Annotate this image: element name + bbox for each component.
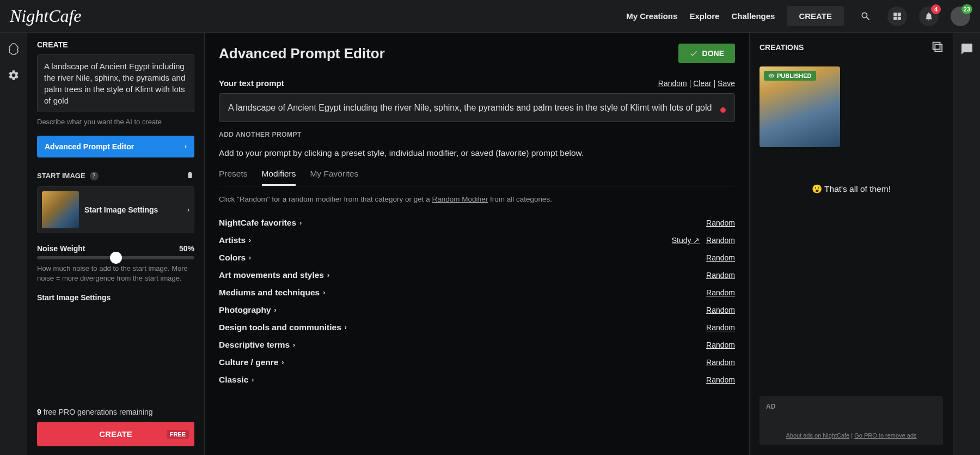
prompt-textarea-main[interactable]: A landscape of Ancient Egypt including t… <box>219 93 735 122</box>
category-links: Random <box>706 271 735 280</box>
noise-weight-slider[interactable] <box>37 256 194 259</box>
random-category-link[interactable]: Random <box>706 375 735 384</box>
grid-icon[interactable] <box>887 7 907 26</box>
creations-title: CREATIONS <box>759 43 804 52</box>
brain-icon[interactable] <box>6 41 21 57</box>
top-nav: My Creations Explore Challenges CREATE 4… <box>626 6 970 26</box>
category-row: Classic ›Random <box>219 371 735 389</box>
prompt-textarea-left[interactable]: A landscape of Ancient Egypt including t… <box>37 54 194 112</box>
advanced-prompt-editor-button[interactable]: Advanced Prompt Editor › <box>37 136 194 157</box>
done-button[interactable]: DONE <box>678 44 735 63</box>
random-category-link[interactable]: Random <box>706 358 735 367</box>
noise-weight-label: Noise Weight <box>37 244 85 253</box>
about-ads-link[interactable]: About ads on NightCafe <box>786 432 849 439</box>
chevron-right-icon: › <box>252 376 254 384</box>
clear-link[interactable]: Clear <box>693 79 711 88</box>
search-icon[interactable] <box>856 7 875 26</box>
start-image-settings-heading: Start Image Settings <box>37 293 194 302</box>
add-prompt-description: Add to your prompt by clicking a preset … <box>219 148 735 158</box>
left-panel: CREATE A landscape of Ancient Egypt incl… <box>27 33 205 455</box>
noise-weight-help: How much noise to add to the start image… <box>37 264 194 283</box>
random-category-link[interactable]: Random <box>706 219 735 227</box>
nav-challenges[interactable]: Challenges <box>731 11 775 21</box>
help-icon[interactable]: ? <box>90 172 99 180</box>
avatar[interactable]: 23 <box>951 7 970 26</box>
random-modifier-link[interactable]: Random Modifier <box>432 195 488 203</box>
category-artists[interactable]: Artists › <box>219 235 251 245</box>
category-row: Photography ›Random <box>219 301 735 319</box>
top-bar: NightCafe My Creations Explore Challenge… <box>0 0 980 33</box>
chevron-right-icon: › <box>274 306 277 314</box>
adv-btn-label: Advanced Prompt Editor <box>45 142 134 151</box>
noise-weight-value: 50% <box>179 244 194 253</box>
chat-icon[interactable] <box>959 41 975 57</box>
chevron-right-icon: › <box>249 254 251 262</box>
left-icon-rail <box>0 33 27 455</box>
random-category-link[interactable]: Random <box>706 341 735 349</box>
prompt-actions: Random | Clear | Save <box>658 79 735 88</box>
nav-explore[interactable]: Explore <box>689 11 719 21</box>
random-category-link[interactable]: Random <box>706 253 735 262</box>
category-links: Random <box>706 358 735 367</box>
create-button-main[interactable]: CREATE FREE <box>37 422 194 446</box>
random-category-link[interactable]: Random <box>706 236 735 245</box>
category-culture-genre[interactable]: Culture / genre › <box>219 357 284 367</box>
chevron-right-icon: › <box>187 206 189 214</box>
gallery-icon[interactable] <box>931 40 943 54</box>
logo[interactable]: NightCafe <box>10 6 82 26</box>
center-panel: Advanced Prompt Editor DONE Your text pr… <box>205 33 749 455</box>
category-nightcafe-favorites[interactable]: NightCafe favorites › <box>219 218 302 228</box>
category-row: Art movements and styles ›Random <box>219 266 735 284</box>
category-links: Random <box>706 219 735 227</box>
chevron-right-icon: › <box>327 271 329 279</box>
avatar-badge: 23 <box>961 4 972 14</box>
remaining-generations: 9 free PRO generations remaining <box>37 408 194 416</box>
category-links: Random <box>706 341 735 349</box>
study-link[interactable]: Study ↗ <box>672 236 700 245</box>
ad-label: AD <box>766 403 936 410</box>
tab-favorites[interactable]: My Favorites <box>310 169 358 186</box>
right-panel: CREATIONS PUBLISHED 😮 That's all of them… <box>749 33 953 455</box>
save-link[interactable]: Save <box>718 79 735 88</box>
create-button-top[interactable]: CREATE <box>787 6 844 26</box>
go-pro-link[interactable]: Go PRO to remove ads <box>854 432 916 439</box>
far-right-rail <box>953 33 980 455</box>
category-row: Artists ›Study ↗ Random <box>219 232 735 249</box>
category-art-movements-and-styles[interactable]: Art movements and styles › <box>219 270 329 280</box>
category-links: Random <box>706 253 735 262</box>
start-image-settings-row[interactable]: Start Image Settings › <box>37 186 194 233</box>
category-photography[interactable]: Photography › <box>219 305 277 315</box>
chevron-right-icon: › <box>345 324 347 331</box>
published-badge: PUBLISHED <box>764 71 816 81</box>
random-category-link[interactable]: Random <box>706 323 735 332</box>
chevron-right-icon: › <box>281 359 284 366</box>
random-category-link[interactable]: Random <box>706 271 735 280</box>
bell-icon[interactable]: 4 <box>919 7 939 26</box>
category-links: Random <box>706 306 735 314</box>
ad-box: AD About ads on NightCafe | Go PRO to re… <box>759 396 943 445</box>
random-description: Click "Random" for a random modifier fro… <box>219 195 735 203</box>
category-classic[interactable]: Classic › <box>219 375 254 385</box>
create-button-label: CREATE <box>99 429 132 439</box>
slider-handle[interactable] <box>110 252 122 264</box>
page-title: Advanced Prompt Editor <box>219 45 385 62</box>
category-mediums-and-techniques[interactable]: Mediums and techniques › <box>219 288 325 298</box>
tab-modifiers[interactable]: Modifiers <box>262 169 296 186</box>
random-category-link[interactable]: Random <box>706 288 735 297</box>
chevron-right-icon: › <box>299 219 302 227</box>
modifier-tabs: Presets Modifiers My Favorites <box>219 169 735 186</box>
random-category-link[interactable]: Random <box>706 306 735 314</box>
nav-my-creations[interactable]: My Creations <box>626 11 677 21</box>
chevron-right-icon: › <box>185 143 187 150</box>
category-descriptive-terms[interactable]: Descriptive terms › <box>219 340 295 350</box>
category-design-tools-and-communities[interactable]: Design tools and communities › <box>219 323 347 332</box>
add-another-prompt-button[interactable]: ADD ANOTHER PROMPT <box>219 131 735 138</box>
trash-icon[interactable] <box>186 171 194 181</box>
category-colors[interactable]: Colors › <box>219 253 251 263</box>
gear-icon[interactable] <box>6 68 21 83</box>
chevron-right-icon: › <box>293 341 295 349</box>
category-links: Random <box>706 323 735 332</box>
random-link[interactable]: Random <box>658 79 687 88</box>
tab-presets[interactable]: Presets <box>219 169 248 186</box>
creation-card[interactable]: PUBLISHED <box>759 66 842 147</box>
